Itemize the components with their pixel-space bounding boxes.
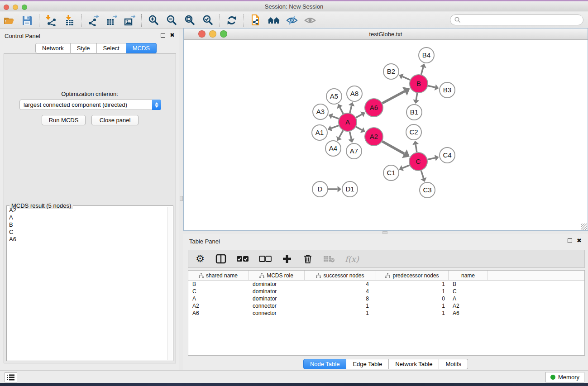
delete-table-icon[interactable] [323, 253, 335, 265]
table-cell[interactable]: 1 [376, 302, 449, 310]
graph-edge-B-B2[interactable] [402, 76, 410, 80]
optimization-criterion-dropdown[interactable]: largest connected component (directed) [19, 100, 161, 110]
graph-edge-B-B4[interactable] [421, 67, 423, 74]
column-header-MCDS-role[interactable]: MCDS role [249, 271, 305, 280]
column-visibility-icon[interactable] [215, 253, 226, 265]
table-cell[interactable]: 1 [305, 302, 376, 310]
scrollbar-track[interactable] [167, 207, 172, 360]
graph-edge-A-A6[interactable] [356, 114, 362, 118]
column-header-successor-nodes[interactable]: successor nodes [305, 271, 376, 280]
tab-network-table[interactable]: Network Table [389, 359, 439, 369]
home-networks-icon[interactable] [265, 13, 283, 28]
import-table-icon[interactable] [60, 13, 78, 28]
select-all-checks-icon[interactable] [236, 253, 249, 265]
table-cell[interactable]: 4 [305, 281, 376, 288]
import-network-icon[interactable] [42, 13, 60, 28]
table-cell[interactable]: dominator [249, 281, 305, 288]
table-cell[interactable]: connector [249, 310, 305, 317]
graph-edge-A-A5[interactable] [340, 107, 343, 114]
close-panel-icon[interactable]: ✖ [577, 238, 582, 243]
export-network-icon[interactable] [84, 13, 102, 28]
graph-edge-B-B3[interactable] [428, 86, 435, 88]
tab-select[interactable]: Select [97, 43, 126, 53]
tab-motifs[interactable]: Motifs [439, 359, 468, 369]
table-row[interactable]: A6connector11A6 [188, 310, 584, 317]
table-cell[interactable]: A2 [449, 302, 488, 310]
graph-edge-C-C1[interactable] [402, 165, 409, 168]
tab-node-table[interactable]: Node Table [303, 359, 347, 369]
zoom-in-icon[interactable] [144, 13, 163, 28]
table-cell[interactable]: C [188, 288, 249, 295]
memory-button[interactable]: Memory [545, 372, 584, 382]
table-cell[interactable]: A6 [188, 310, 249, 317]
network-graph-canvas[interactable]: AA1A2A3A4A5A6A7A8BB1B2B3B4CC1C2C3C4DD1 [184, 40, 588, 230]
column-header-shared-name[interactable]: shared name [188, 271, 249, 280]
close-panel-button[interactable]: Close panel [91, 115, 139, 125]
export-table-icon[interactable] [102, 13, 120, 28]
table-cell[interactable]: 1 [376, 310, 449, 317]
horizontal-split-divider[interactable] [183, 231, 588, 234]
zoom-out-icon[interactable] [163, 13, 181, 28]
table-cell[interactable]: A6 [449, 310, 488, 317]
table-cell[interactable]: dominator [249, 288, 305, 295]
column-header-predecessor-nodes[interactable]: predecessor nodes [376, 271, 449, 280]
graph-edge-A-A4[interactable] [339, 130, 343, 138]
table-row[interactable]: Adominator80A [188, 295, 584, 302]
graph-edge-C-C4[interactable] [428, 158, 435, 160]
task-history-button[interactable] [5, 372, 17, 382]
table-cell[interactable]: 1 [376, 288, 449, 295]
function-builder-fx-icon[interactable]: f(x) [345, 253, 359, 265]
table-cell[interactable]: 1 [305, 310, 376, 317]
open-session-icon[interactable] [0, 13, 18, 28]
add-column-icon[interactable] [282, 253, 292, 265]
graph-edge-C-C2[interactable] [416, 144, 417, 152]
graph-edge-A-A3[interactable] [332, 116, 339, 119]
tab-edge-table[interactable]: Edge Table [346, 359, 389, 369]
table-cell[interactable]: A [188, 295, 249, 302]
new-network-from-selection-icon[interactable] [247, 13, 265, 28]
table-cell[interactable]: B [188, 281, 249, 288]
graph-edge-B-B1[interactable] [416, 93, 417, 100]
hide-selected-eye-icon[interactable] [283, 13, 301, 28]
graph-edge-C-C3[interactable] [421, 171, 423, 178]
table-row[interactable]: Bdominator41B [188, 281, 584, 288]
table-cell[interactable]: 1 [376, 281, 449, 288]
float-panel-icon[interactable] [161, 33, 165, 38]
mcds-result-list[interactable]: A2ABCA6 [7, 207, 167, 360]
float-panel-icon[interactable] [568, 238, 572, 243]
run-mcds-button[interactable]: Run MCDS [42, 115, 86, 125]
graph-edge-A6-B[interactable] [382, 91, 405, 103]
graph-edge-A-A1[interactable] [331, 125, 339, 128]
tab-style[interactable]: Style [71, 43, 97, 53]
export-image-icon[interactable] [120, 13, 139, 28]
network-window-titlebar[interactable]: testGlobe.txt [184, 29, 588, 40]
table-cell[interactable]: 8 [305, 295, 376, 302]
table-options-gear-icon[interactable]: ⚙ [195, 253, 206, 265]
table-cell[interactable]: dominator [249, 295, 305, 302]
resize-grip-icon[interactable] [581, 224, 587, 230]
table-cell[interactable]: 4 [305, 288, 376, 295]
table-cell[interactable]: C [449, 288, 488, 295]
delete-column-trash-icon[interactable] [302, 253, 313, 265]
graph-edge-A-A2[interactable] [356, 127, 362, 130]
zoom-selected-icon[interactable] [199, 13, 217, 28]
divider-grip[interactable] [180, 196, 183, 201]
table-row[interactable]: Cdominator41C [188, 288, 584, 295]
column-header-name[interactable]: name [449, 271, 488, 280]
app-titlebar[interactable]: Session: New Session [0, 1, 588, 11]
zoom-fit-icon[interactable] [181, 13, 199, 28]
table-row[interactable]: A2connector11A2 [188, 302, 584, 310]
refresh-icon[interactable] [223, 13, 241, 28]
close-panel-icon[interactable]: ✖ [170, 33, 175, 38]
table-cell[interactable]: A2 [188, 302, 249, 310]
save-session-icon[interactable] [18, 13, 36, 28]
table-cell[interactable]: 0 [376, 295, 449, 302]
deselect-all-checks-icon[interactable] [259, 253, 272, 265]
table-cell[interactable]: B [449, 281, 488, 288]
table-cell[interactable]: A [449, 295, 488, 302]
graph-edge-A-A8[interactable] [350, 106, 352, 113]
show-all-eye-icon[interactable] [301, 13, 319, 28]
graph-edge-A2-C[interactable] [382, 141, 404, 153]
vertical-split-divider[interactable] [179, 29, 183, 370]
search-input[interactable] [450, 14, 583, 25]
